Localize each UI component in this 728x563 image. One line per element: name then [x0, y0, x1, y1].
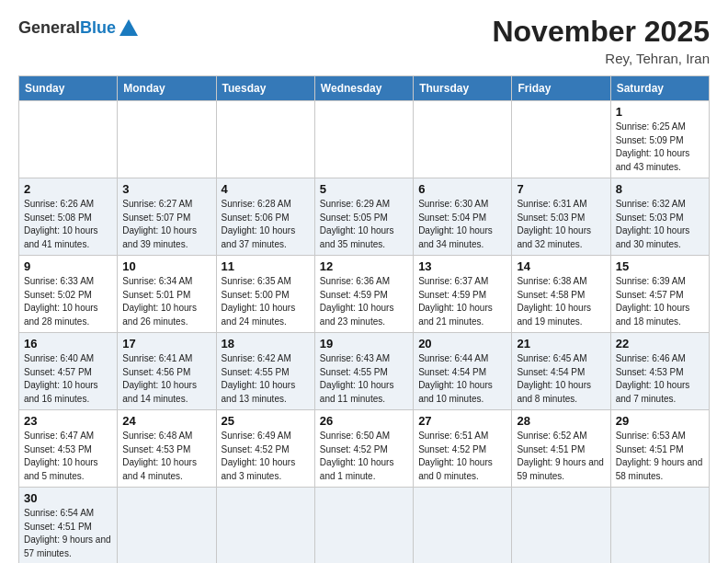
calendar-cell: 12Sunrise: 6:36 AM Sunset: 4:59 PM Dayli…	[314, 256, 413, 333]
cell-day-number: 20	[418, 337, 506, 350]
cell-day-number: 14	[517, 259, 605, 273]
calendar-cell	[314, 488, 413, 564]
calendar-cell: 14Sunrise: 6:38 AM Sunset: 4:58 PM Dayli…	[512, 256, 610, 333]
cell-info-text: Sunrise: 6:28 AM Sunset: 5:06 PM Dayligh…	[222, 198, 310, 251]
cell-day-number: 4	[222, 182, 310, 196]
cell-day-number: 28	[517, 414, 605, 428]
calendar-cell	[512, 488, 610, 564]
cell-day-number: 11	[222, 259, 310, 273]
cell-info-text: Sunrise: 6:50 AM Sunset: 4:52 PM Dayligh…	[320, 430, 408, 483]
calendar-cell: 18Sunrise: 6:42 AM Sunset: 4:55 PM Dayli…	[216, 333, 314, 410]
cell-day-number: 2	[24, 182, 112, 196]
cell-day-number: 3	[122, 182, 210, 196]
cell-info-text: Sunrise: 6:47 AM Sunset: 4:53 PM Dayligh…	[24, 430, 112, 483]
header: General Blue November 2025 Rey, Tehran, …	[18, 15, 710, 66]
calendar-cell: 3Sunrise: 6:27 AM Sunset: 5:07 PM Daylig…	[118, 178, 216, 256]
calendar-cell	[118, 488, 216, 564]
cell-info-text: Sunrise: 6:51 AM Sunset: 4:52 PM Dayligh…	[418, 430, 506, 483]
calendar-cell	[610, 488, 709, 564]
week-row-3: 9Sunrise: 6:33 AM Sunset: 5:02 PM Daylig…	[19, 256, 710, 333]
cell-day-number: 16	[24, 337, 112, 350]
week-row-2: 2Sunrise: 6:26 AM Sunset: 5:08 PM Daylig…	[19, 178, 710, 256]
calendar-cell: 5Sunrise: 6:29 AM Sunset: 5:05 PM Daylig…	[314, 178, 413, 256]
week-row-1: 1Sunrise: 6:25 AM Sunset: 5:09 PM Daylig…	[19, 101, 710, 178]
calendar-cell	[314, 101, 413, 178]
cell-day-number: 19	[320, 337, 408, 350]
cell-day-number: 6	[418, 182, 506, 196]
calendar-cell: 7Sunrise: 6:31 AM Sunset: 5:03 PM Daylig…	[512, 178, 610, 256]
cell-day-number: 15	[616, 259, 704, 273]
cell-day-number: 23	[24, 414, 112, 428]
title-location: Rey, Tehran, Iran	[492, 51, 710, 66]
title-month: November 2025	[492, 15, 710, 49]
logo-triangle-icon	[119, 19, 138, 36]
page: General Blue November 2025 Rey, Tehran, …	[0, 0, 728, 563]
calendar-cell: 15Sunrise: 6:39 AM Sunset: 4:57 PM Dayli…	[610, 256, 709, 333]
calendar-cell: 21Sunrise: 6:45 AM Sunset: 4:54 PM Dayli…	[512, 333, 610, 410]
cell-info-text: Sunrise: 6:30 AM Sunset: 5:04 PM Dayligh…	[418, 198, 506, 251]
cell-info-text: Sunrise: 6:38 AM Sunset: 4:58 PM Dayligh…	[517, 275, 605, 328]
cell-day-number: 1	[616, 105, 704, 119]
cell-day-number: 24	[122, 414, 210, 428]
calendar-cell: 19Sunrise: 6:43 AM Sunset: 4:55 PM Dayli…	[314, 333, 413, 410]
calendar-cell: 6Sunrise: 6:30 AM Sunset: 5:04 PM Daylig…	[414, 178, 512, 256]
cell-day-number: 18	[222, 337, 310, 350]
calendar-cell: 11Sunrise: 6:35 AM Sunset: 5:00 PM Dayli…	[216, 256, 314, 333]
calendar-table: SundayMondayTuesdayWednesdayThursdayFrid…	[18, 75, 710, 563]
calendar-cell: 25Sunrise: 6:49 AM Sunset: 4:52 PM Dayli…	[216, 410, 314, 488]
cell-info-text: Sunrise: 6:26 AM Sunset: 5:08 PM Dayligh…	[24, 198, 112, 251]
cell-day-number: 17	[122, 337, 210, 350]
calendar-cell	[216, 488, 314, 564]
cell-day-number: 12	[320, 259, 408, 273]
week-row-5: 23Sunrise: 6:47 AM Sunset: 4:53 PM Dayli…	[19, 410, 710, 488]
cell-info-text: Sunrise: 6:27 AM Sunset: 5:07 PM Dayligh…	[122, 198, 210, 251]
cell-info-text: Sunrise: 6:49 AM Sunset: 4:52 PM Dayligh…	[222, 430, 310, 483]
calendar-cell: 22Sunrise: 6:46 AM Sunset: 4:53 PM Dayli…	[610, 333, 709, 410]
cell-info-text: Sunrise: 6:36 AM Sunset: 4:59 PM Dayligh…	[320, 275, 408, 328]
cell-info-text: Sunrise: 6:48 AM Sunset: 4:53 PM Dayligh…	[122, 430, 210, 483]
weekday-header-tuesday: Tuesday	[216, 76, 314, 101]
calendar-cell	[19, 101, 118, 178]
calendar-cell: 23Sunrise: 6:47 AM Sunset: 4:53 PM Dayli…	[19, 410, 118, 488]
calendar-cell: 10Sunrise: 6:34 AM Sunset: 5:01 PM Dayli…	[118, 256, 216, 333]
calendar-cell: 27Sunrise: 6:51 AM Sunset: 4:52 PM Dayli…	[414, 410, 512, 488]
calendar-cell	[118, 101, 216, 178]
calendar-cell	[414, 488, 512, 564]
cell-info-text: Sunrise: 6:42 AM Sunset: 4:55 PM Dayligh…	[222, 352, 310, 406]
weekday-header-monday: Monday	[118, 76, 216, 101]
title-block: November 2025 Rey, Tehran, Iran	[492, 15, 710, 66]
cell-info-text: Sunrise: 6:34 AM Sunset: 5:01 PM Dayligh…	[122, 275, 210, 328]
cell-day-number: 5	[320, 182, 408, 196]
calendar-cell: 29Sunrise: 6:53 AM Sunset: 4:51 PM Dayli…	[610, 410, 709, 488]
calendar-cell	[216, 101, 314, 178]
cell-day-number: 10	[122, 259, 210, 273]
cell-info-text: Sunrise: 6:37 AM Sunset: 4:59 PM Dayligh…	[418, 275, 506, 328]
calendar-cell: 2Sunrise: 6:26 AM Sunset: 5:08 PM Daylig…	[19, 178, 118, 256]
cell-info-text: Sunrise: 6:39 AM Sunset: 4:57 PM Dayligh…	[616, 275, 704, 328]
calendar-cell: 26Sunrise: 6:50 AM Sunset: 4:52 PM Dayli…	[314, 410, 413, 488]
weekday-header-thursday: Thursday	[414, 76, 512, 101]
calendar-cell: 16Sunrise: 6:40 AM Sunset: 4:57 PM Dayli…	[19, 333, 118, 410]
cell-day-number: 29	[616, 414, 704, 428]
calendar-cell: 8Sunrise: 6:32 AM Sunset: 5:03 PM Daylig…	[610, 178, 709, 256]
cell-day-number: 21	[517, 337, 605, 350]
cell-day-number: 9	[24, 259, 112, 273]
logo-text: General Blue	[18, 18, 138, 38]
cell-info-text: Sunrise: 6:35 AM Sunset: 5:00 PM Dayligh…	[222, 275, 310, 328]
calendar-cell	[512, 101, 610, 178]
weekday-header-saturday: Saturday	[610, 76, 709, 101]
cell-day-number: 27	[418, 414, 506, 428]
cell-info-text: Sunrise: 6:43 AM Sunset: 4:55 PM Dayligh…	[320, 352, 408, 406]
calendar-cell: 28Sunrise: 6:52 AM Sunset: 4:51 PM Dayli…	[512, 410, 610, 488]
calendar-cell: 9Sunrise: 6:33 AM Sunset: 5:02 PM Daylig…	[19, 256, 118, 333]
cell-info-text: Sunrise: 6:32 AM Sunset: 5:03 PM Dayligh…	[616, 198, 704, 251]
cell-info-text: Sunrise: 6:45 AM Sunset: 4:54 PM Dayligh…	[517, 352, 605, 406]
cell-info-text: Sunrise: 6:29 AM Sunset: 5:05 PM Dayligh…	[320, 198, 408, 251]
cell-info-text: Sunrise: 6:44 AM Sunset: 4:54 PM Dayligh…	[418, 352, 506, 406]
weekday-header-sunday: Sunday	[19, 76, 118, 101]
cell-info-text: Sunrise: 6:40 AM Sunset: 4:57 PM Dayligh…	[24, 352, 112, 406]
calendar-cell: 4Sunrise: 6:28 AM Sunset: 5:06 PM Daylig…	[216, 178, 314, 256]
weekday-header-row: SundayMondayTuesdayWednesdayThursdayFrid…	[19, 76, 710, 101]
cell-day-number: 7	[517, 182, 605, 196]
cell-info-text: Sunrise: 6:54 AM Sunset: 4:51 PM Dayligh…	[24, 507, 112, 560]
